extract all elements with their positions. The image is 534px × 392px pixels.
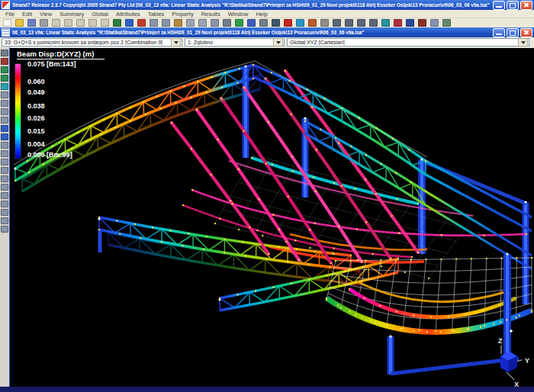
side-flag-beam-icon[interactable] xyxy=(1,133,9,140)
toolbar-group-layers-icon[interactable] xyxy=(295,18,305,27)
side-options-icon[interactable] xyxy=(1,225,9,233)
document-titlebar: 06_03_13 v9a: Linear Static Analysis "R:… xyxy=(0,27,534,37)
toolbar-refresh-view-icon[interactable] xyxy=(246,18,256,27)
menu-window[interactable]: Window xyxy=(224,11,253,18)
menu-view[interactable]: View xyxy=(36,11,56,18)
app-title: Strand7 Release 2.3.7 Copyright 2005 Str… xyxy=(12,2,490,8)
menu-file[interactable]: File xyxy=(2,11,18,18)
axis-y-label: Y xyxy=(525,357,529,365)
side-view-store-icon[interactable] xyxy=(1,191,9,199)
menu-global[interactable]: Global xyxy=(88,11,112,18)
side-show-beams-icon[interactable] xyxy=(1,66,9,73)
side-peek-tool-icon[interactable] xyxy=(1,116,9,124)
toolbar-materials-icon[interactable] xyxy=(381,18,391,27)
load-case-dropdown-icon[interactable] xyxy=(171,38,181,47)
toolbar-draw-poly-icon[interactable] xyxy=(356,18,366,27)
toolbar-entity-toggle-icon[interactable] xyxy=(112,18,122,27)
side-select-arrow-icon[interactable] xyxy=(1,49,9,56)
toolbar-node-snap-icon[interactable] xyxy=(320,18,330,27)
toolbar-zoom-extents-icon[interactable] xyxy=(210,18,220,27)
document-icon[interactable] xyxy=(2,28,10,37)
side-display-options-icon[interactable] xyxy=(1,183,9,191)
toolbar-print-icon[interactable] xyxy=(39,18,49,27)
toolbar-select-dots-icon[interactable] xyxy=(368,18,378,27)
doc-minimize-button[interactable] xyxy=(493,28,505,37)
toolbar-load-path-icon[interactable] xyxy=(393,18,403,27)
freedom-case-dropdown-icon[interactable] xyxy=(273,38,283,47)
toolbar-view-globe-icon[interactable] xyxy=(234,18,244,27)
menu-help[interactable]: Help xyxy=(252,11,271,18)
toolbar-marked-nodes-icon[interactable] xyxy=(283,18,293,27)
side-table-tool-icon[interactable] xyxy=(1,166,9,174)
toolbar-send-mail-icon[interactable] xyxy=(429,18,439,27)
toolbar-wireframe-view-icon[interactable] xyxy=(124,18,134,27)
app-titlebar: Strand7 Release 2.3.7 Copyright 2005 Str… xyxy=(0,0,534,10)
side-lock-view-icon[interactable] xyxy=(1,217,9,224)
close-button[interactable] xyxy=(520,1,532,10)
side-show-links-icon[interactable] xyxy=(1,82,9,90)
case-selector-row: 33: G+Q+S s pomicnim krovom sa snijegom … xyxy=(0,37,534,47)
side-entity-sets-icon[interactable] xyxy=(1,141,9,149)
menu-edit[interactable]: Edit xyxy=(18,11,36,18)
toolbar-report-icon[interactable] xyxy=(417,18,427,27)
toolbar-open-file-icon[interactable] xyxy=(14,18,24,27)
toolbar-draw-beam-icon[interactable] xyxy=(137,18,146,27)
toolbar-hide-show-icon[interactable] xyxy=(271,18,281,27)
toolbar-draw-line-icon[interactable] xyxy=(332,18,342,27)
side-show-plates-icon[interactable] xyxy=(1,74,9,82)
menu-results[interactable]: Results xyxy=(198,11,224,18)
doc-restore-button[interactable] xyxy=(507,28,519,37)
toolbar-zoom-window-icon[interactable] xyxy=(161,18,171,27)
axis-z-label: Z xyxy=(498,337,503,345)
toolbar-dynamic-rotate-icon[interactable] xyxy=(173,18,183,27)
toolbar-property-table-icon[interactable] xyxy=(259,18,269,27)
side-show-loads-icon[interactable] xyxy=(1,91,9,98)
side-zoom-tool-icon[interactable] xyxy=(1,158,9,165)
toolbar-copy-icon[interactable] xyxy=(88,18,98,27)
magenta-purlins xyxy=(172,71,418,263)
doc-close-button[interactable] xyxy=(520,28,532,37)
strand7-app-icon[interactable] xyxy=(2,1,10,9)
toolbar-zoom-in-icon[interactable] xyxy=(185,18,195,27)
toolbar-undo-icon[interactable] xyxy=(51,18,61,27)
freedom-case-value: 1: Zglobno xyxy=(185,40,272,45)
strand7-window: Strand7 Release 2.3.7 Copyright 2005 Str… xyxy=(0,0,534,392)
truss-middle xyxy=(99,217,360,284)
side-tag-tool-icon[interactable] xyxy=(1,175,9,182)
toolbar-paste-icon[interactable] xyxy=(100,18,110,27)
model-canvas[interactable]: Z Y X xyxy=(10,48,534,387)
pink-rails xyxy=(183,161,526,262)
side-contour-settings-icon[interactable] xyxy=(1,108,9,115)
toolbar-zoom-box-icon[interactable] xyxy=(149,18,159,27)
side-multi-view-icon[interactable] xyxy=(1,200,9,207)
toolbar-redo-icon[interactable] xyxy=(63,18,73,27)
toolbar-results-table-icon[interactable] xyxy=(442,18,452,27)
menubar: FileEditViewSummaryGlobalAttributesTable… xyxy=(0,10,534,18)
model-viewport[interactable]: Z Y X Beam Disp:D(XYZ) (m) 0.075 [Bm:143… xyxy=(10,47,534,387)
toolbar-cut-icon[interactable] xyxy=(76,18,85,27)
coord-system-dropdown-icon[interactable] xyxy=(518,38,528,47)
minimize-button[interactable] xyxy=(493,1,505,10)
side-result-display-icon[interactable] xyxy=(1,99,9,107)
toolbar-edit-pencil-icon[interactable] xyxy=(307,18,317,27)
toolbar-save-file-icon[interactable] xyxy=(27,18,37,27)
freedom-case-combo[interactable]: 1: Zglobno xyxy=(185,38,285,47)
side-axis-toggle-icon[interactable] xyxy=(1,208,9,216)
menu-summary[interactable]: Summary xyxy=(56,11,88,18)
toolbar-select-pointer-icon[interactable] xyxy=(222,18,232,27)
menu-attributes[interactable]: Attributes xyxy=(112,11,144,18)
menu-tables[interactable]: Tables xyxy=(144,11,169,18)
side-draw-tool-icon[interactable] xyxy=(1,57,9,65)
menu-property[interactable]: Property xyxy=(168,11,197,18)
toolbar-zoom-out-icon[interactable] xyxy=(198,18,207,27)
load-case-combo[interactable]: 33: G+Q+S s pomicnim krovom sa snijegom … xyxy=(2,38,182,47)
toolbar-solver-icon[interactable] xyxy=(405,18,415,27)
red-displacement-band xyxy=(349,289,516,317)
toolbar-draw-rect-icon[interactable] xyxy=(344,18,354,27)
restore-button[interactable] xyxy=(507,1,519,10)
toolbar-new-file-icon[interactable] xyxy=(2,18,12,27)
side-grid-toggle-icon[interactable] xyxy=(1,149,9,157)
document-window-controls xyxy=(493,28,532,37)
coord-system-combo[interactable]: Global XYZ [Cartesian] xyxy=(287,38,529,47)
side-flag-node-icon[interactable] xyxy=(1,124,9,132)
